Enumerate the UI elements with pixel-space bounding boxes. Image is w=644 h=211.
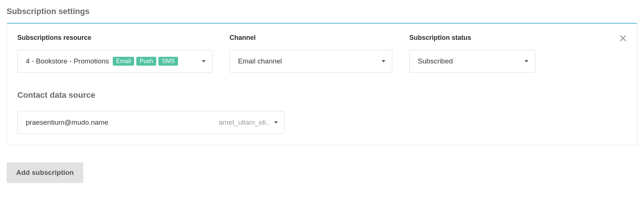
chevron-down-icon [525, 60, 528, 62]
chevron-down-icon [202, 60, 206, 62]
label-subscriptions-resource: Subscriptions resource [17, 34, 213, 42]
select-subscriptions-resource[interactable]: 4 - Bookstore - Promotions Email Push SM… [17, 50, 213, 73]
chevron-down-icon [274, 121, 278, 124]
select-status-value: Subscribed [418, 57, 453, 65]
subscription-panel: Subscriptions resource 4 - Bookstore - P… [7, 23, 637, 145]
contact-source-value: praesentium@mudo.name [26, 118, 108, 127]
select-subscription-status[interactable]: Subscribed [409, 50, 535, 73]
fields-row: Subscriptions resource 4 - Bookstore - P… [17, 34, 627, 73]
close-icon[interactable] [618, 32, 628, 43]
select-channel[interactable]: Email channel [230, 50, 392, 73]
select-resource-value: 4 - Bookstore - Promotions Email Push SM… [26, 57, 178, 66]
page-title: Subscription settings [7, 7, 637, 16]
label-contact-data-source: Contact data source [17, 90, 627, 100]
field-subscription-status: Subscription status Subscribed [409, 34, 535, 73]
chevron-down-icon [382, 60, 385, 62]
contact-source-hint: amet_ullam_eli.. [219, 118, 270, 127]
resource-text: 4 - Bookstore - Promotions [26, 57, 109, 65]
label-channel: Channel [230, 34, 392, 42]
field-subscriptions-resource: Subscriptions resource 4 - Bookstore - P… [17, 34, 213, 73]
contact-source-hint-wrap: amet_ullam_eli.. [219, 118, 278, 127]
tag-push: Push [136, 57, 156, 66]
tag-sms: SMS [158, 57, 178, 66]
select-contact-data-source[interactable]: praesentium@mudo.name amet_ullam_eli.. [17, 111, 285, 134]
tag-email: Email [113, 57, 134, 66]
label-subscription-status: Subscription status [409, 34, 535, 42]
select-channel-value: Email channel [238, 57, 282, 65]
field-channel: Channel Email channel [230, 34, 392, 73]
add-subscription-button[interactable]: Add subscription [7, 162, 83, 183]
